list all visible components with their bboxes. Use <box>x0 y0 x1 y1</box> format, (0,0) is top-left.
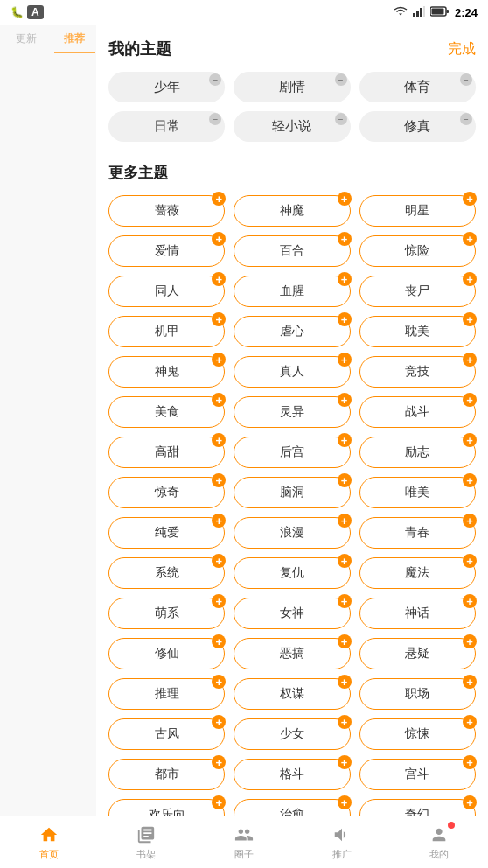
nav-item-圈子[interactable]: 圈子 <box>195 816 293 868</box>
selected-theme-tag[interactable]: 轻小说− <box>234 111 350 142</box>
add-dot-icon[interactable]: + <box>338 634 352 648</box>
add-dot-icon[interactable]: + <box>212 554 226 568</box>
nav-item-推广[interactable]: 推广 <box>293 816 391 868</box>
add-dot-icon[interactable]: + <box>338 393 352 407</box>
add-dot-icon[interactable]: + <box>463 393 477 407</box>
addable-theme-tag[interactable]: 真人+ <box>234 356 350 388</box>
addable-theme-tag[interactable]: 神魔+ <box>234 195 350 227</box>
add-dot-icon[interactable]: + <box>212 272 226 286</box>
addable-theme-tag[interactable]: 惊悚+ <box>359 718 476 750</box>
addable-theme-tag[interactable]: 美食+ <box>108 396 225 428</box>
addable-theme-tag[interactable]: 少女+ <box>234 718 350 750</box>
add-dot-icon[interactable]: + <box>338 514 352 528</box>
addable-theme-tag[interactable]: 女神+ <box>234 598 350 629</box>
add-dot-icon[interactable]: + <box>338 594 352 608</box>
nav-item-书架[interactable]: 书架 <box>98 816 196 868</box>
selected-theme-tag[interactable]: 剧情− <box>234 72 350 102</box>
remove-dot[interactable]: − <box>209 74 221 86</box>
add-dot-icon[interactable]: + <box>212 433 226 447</box>
selected-theme-tag[interactable]: 体育− <box>359 72 476 102</box>
remove-dot[interactable]: − <box>335 74 347 86</box>
add-dot-icon[interactable]: + <box>338 473 352 487</box>
remove-dot[interactable]: − <box>460 74 472 86</box>
addable-theme-tag[interactable]: 悬疑+ <box>359 638 476 669</box>
add-dot-icon[interactable]: + <box>463 634 477 648</box>
add-dot-icon[interactable]: + <box>338 554 352 568</box>
add-dot-icon[interactable]: + <box>212 715 226 729</box>
addable-theme-tag[interactable]: 明星+ <box>359 195 476 227</box>
add-dot-icon[interactable]: + <box>338 312 352 326</box>
add-dot-icon[interactable]: + <box>463 473 477 487</box>
add-dot-icon[interactable]: + <box>463 192 477 206</box>
add-dot-icon[interactable]: + <box>338 795 352 809</box>
add-dot-icon[interactable]: + <box>338 755 352 769</box>
add-dot-icon[interactable]: + <box>338 232 352 246</box>
addable-theme-tag[interactable]: 蔷薇+ <box>108 195 225 227</box>
add-dot-icon[interactable]: + <box>338 353 352 367</box>
addable-theme-tag[interactable]: 魔法+ <box>359 557 476 589</box>
addable-theme-tag[interactable]: 恶搞+ <box>234 638 350 669</box>
add-dot-icon[interactable]: + <box>463 232 477 246</box>
add-dot-icon[interactable]: + <box>212 353 226 367</box>
add-dot-icon[interactable]: + <box>212 312 226 326</box>
addable-theme-tag[interactable]: 浪漫+ <box>234 517 350 549</box>
add-dot-icon[interactable]: + <box>463 433 477 447</box>
addable-theme-tag[interactable]: 复仇+ <box>234 557 350 589</box>
addable-theme-tag[interactable]: 神鬼+ <box>108 356 225 388</box>
add-dot-icon[interactable]: + <box>463 795 477 809</box>
add-dot-icon[interactable]: + <box>463 755 477 769</box>
add-dot-icon[interactable]: + <box>463 554 477 568</box>
add-dot-icon[interactable]: + <box>463 272 477 286</box>
add-dot-icon[interactable]: + <box>212 634 226 648</box>
addable-theme-tag[interactable]: 战斗+ <box>359 396 476 428</box>
addable-theme-tag[interactable]: 萌系+ <box>108 598 225 629</box>
addable-theme-tag[interactable]: 治愈+ <box>234 799 350 816</box>
addable-theme-tag[interactable]: 权谋+ <box>234 678 350 710</box>
add-dot-icon[interactable]: + <box>212 594 226 608</box>
addable-theme-tag[interactable]: 都市+ <box>108 759 225 790</box>
addable-theme-tag[interactable]: 推理+ <box>108 678 225 710</box>
remove-dot[interactable]: − <box>209 113 221 125</box>
addable-theme-tag[interactable]: 机甲+ <box>108 316 225 347</box>
add-dot-icon[interactable]: + <box>463 312 477 326</box>
addable-theme-tag[interactable]: 职场+ <box>359 678 476 710</box>
addable-theme-tag[interactable]: 欢乐向+ <box>108 799 225 816</box>
add-dot-icon[interactable]: + <box>463 675 477 689</box>
addable-theme-tag[interactable]: 竞技+ <box>359 356 476 388</box>
add-dot-icon[interactable]: + <box>212 755 226 769</box>
add-dot-icon[interactable]: + <box>338 675 352 689</box>
add-dot-icon[interactable]: + <box>338 715 352 729</box>
add-dot-icon[interactable]: + <box>212 192 226 206</box>
addable-theme-tag[interactable]: 百合+ <box>234 235 350 267</box>
selected-theme-tag[interactable]: 少年− <box>108 72 225 102</box>
add-dot-icon[interactable]: + <box>463 715 477 729</box>
addable-theme-tag[interactable]: 青春+ <box>359 517 476 549</box>
add-dot-icon[interactable]: + <box>338 192 352 206</box>
remove-dot[interactable]: − <box>335 113 347 125</box>
addable-theme-tag[interactable]: 纯爱+ <box>108 517 225 549</box>
selected-theme-tag[interactable]: 日常− <box>108 111 225 142</box>
nav-item-我的[interactable]: 我的 <box>390 816 488 868</box>
addable-theme-tag[interactable]: 励志+ <box>359 437 476 468</box>
addable-theme-tag[interactable]: 惊险+ <box>359 235 476 267</box>
addable-theme-tag[interactable]: 血腥+ <box>234 276 350 307</box>
addable-theme-tag[interactable]: 系统+ <box>108 557 225 589</box>
addable-theme-tag[interactable]: 唯美+ <box>359 477 476 508</box>
addable-theme-tag[interactable]: 神话+ <box>359 598 476 629</box>
addable-theme-tag[interactable]: 修仙+ <box>108 638 225 669</box>
add-dot-icon[interactable]: + <box>338 272 352 286</box>
add-dot-icon[interactable]: + <box>212 473 226 487</box>
addable-theme-tag[interactable]: 格斗+ <box>234 759 350 790</box>
addable-theme-tag[interactable]: 脑洞+ <box>234 477 350 508</box>
addable-theme-tag[interactable]: 后宫+ <box>234 437 350 468</box>
selected-theme-tag[interactable]: 修真− <box>359 111 476 142</box>
addable-theme-tag[interactable]: 惊奇+ <box>108 477 225 508</box>
addable-theme-tag[interactable]: 灵异+ <box>234 396 350 428</box>
addable-theme-tag[interactable]: 爱情+ <box>108 235 225 267</box>
addable-theme-tag[interactable]: 奇幻+ <box>359 799 476 816</box>
addable-theme-tag[interactable]: 耽美+ <box>359 316 476 347</box>
remove-dot[interactable]: − <box>460 113 472 125</box>
complete-button[interactable]: 完成 <box>448 40 476 59</box>
addable-theme-tag[interactable]: 丧尸+ <box>359 276 476 307</box>
add-dot-icon[interactable]: + <box>212 795 226 809</box>
